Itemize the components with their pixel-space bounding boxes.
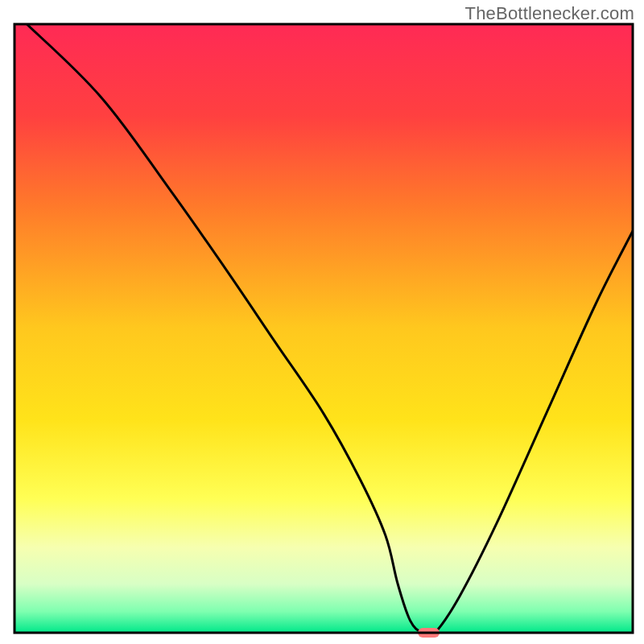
watermark-text: TheBottlenecker.com bbox=[465, 3, 634, 24]
chart-background bbox=[14, 24, 633, 633]
bottleneck-chart bbox=[0, 0, 644, 644]
chart-stage: TheBottlenecker.com bbox=[0, 0, 644, 644]
